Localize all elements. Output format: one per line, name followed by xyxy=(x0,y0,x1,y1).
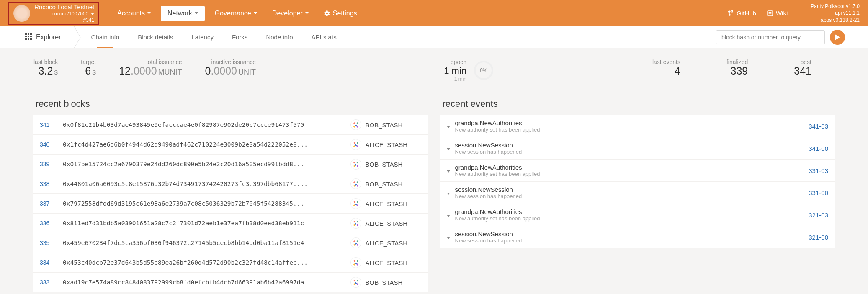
block-author[interactable]: BOB_STASH xyxy=(350,277,422,288)
sub-nav-bar: Explorer Chain info Block details Latenc… xyxy=(0,26,868,48)
event-title: session.NewSession xyxy=(455,142,809,149)
event-row: grandpa.NewAuthorities New authority set… xyxy=(440,204,835,226)
event-id-link[interactable]: 321-03 xyxy=(809,211,828,219)
event-id-link[interactable]: 331-00 xyxy=(809,189,828,196)
expand-toggle[interactable] xyxy=(447,189,455,196)
panel-title: recent events xyxy=(440,93,835,115)
event-row: session.NewSession New session has happe… xyxy=(440,182,835,204)
event-description: New authority set has been applied xyxy=(455,126,809,133)
block-number-link[interactable]: 335 xyxy=(40,240,63,246)
block-author[interactable]: ALICE_STASH xyxy=(350,257,422,268)
subtab-chain-info[interactable]: Chain info xyxy=(82,26,129,48)
block-row: 339 0x017be15724cc2a6790379e24dd260dc890… xyxy=(33,155,428,174)
block-author[interactable]: BOB_STASH xyxy=(350,119,422,130)
play-button[interactable] xyxy=(830,30,845,45)
expand-toggle[interactable] xyxy=(447,123,455,129)
nav-developer[interactable]: Developer xyxy=(265,0,316,26)
identicon-icon xyxy=(350,178,361,189)
stat-last-block: last block 3.2s xyxy=(33,59,58,77)
event-description: New authority set has been applied xyxy=(455,215,809,222)
block-row: 336 0x811ed7d31bdb5a03901651a28c7c2f7301… xyxy=(33,214,428,233)
chain-name: Rococo Local Testnet xyxy=(34,3,94,11)
event-title: grandpa.NewAuthorities xyxy=(455,208,809,215)
identicon-icon xyxy=(350,277,361,288)
block-author[interactable]: ALICE_STASH xyxy=(350,218,422,229)
nav-governance[interactable]: Governance xyxy=(207,0,265,26)
event-description: New session has happened xyxy=(455,193,809,199)
block-hash: 0x0f81c21b4b03d7ae493845e9efacccae4e0f82… xyxy=(63,121,350,128)
chevron-down-icon xyxy=(147,12,151,14)
block-author[interactable]: BOB_STASH xyxy=(350,178,422,189)
block-author[interactable]: ALICE_STASH xyxy=(350,139,422,150)
block-number-link[interactable]: 336 xyxy=(40,220,63,227)
stat-total-issuance: total issuance 12.0000MUNIT xyxy=(119,59,182,77)
svg-rect-9 xyxy=(25,38,27,40)
event-title: session.NewSession xyxy=(455,230,809,237)
expand-toggle[interactable] xyxy=(447,167,455,174)
stat-target: target 6s xyxy=(81,59,96,77)
recent-events-panel: recent events grandpa.NewAuthorities New… xyxy=(440,93,835,292)
block-author[interactable]: ALICE_STASH xyxy=(350,198,422,209)
svg-rect-7 xyxy=(28,36,29,37)
identicon-icon xyxy=(350,198,361,209)
identicon-icon xyxy=(350,119,361,130)
github-link[interactable]: GitHub xyxy=(727,10,756,17)
stat-inactive-issuance: inactive issuance 0.0000UNIT xyxy=(205,59,256,77)
subtab-api-stats[interactable]: API stats xyxy=(302,26,346,48)
chevron-down-icon xyxy=(447,170,450,173)
block-row: 333 0xad19c7e574a89cc8484083792999cb8fd0… xyxy=(33,273,428,292)
search-input[interactable] xyxy=(716,30,825,44)
subtab-forks[interactable]: Forks xyxy=(223,26,257,48)
block-number-link[interactable]: 337 xyxy=(40,200,63,207)
identicon-icon xyxy=(350,218,361,229)
event-row: grandpa.NewAuthorities New authority set… xyxy=(440,115,835,137)
event-row: grandpa.NewAuthorities New authority set… xyxy=(440,160,835,182)
nav-accounts[interactable]: Accounts xyxy=(110,0,158,26)
recent-blocks-panel: recent blocks 341 0x0f81c21b4b03d7ae4938… xyxy=(33,93,428,292)
event-id-link[interactable]: 321-00 xyxy=(809,234,828,241)
block-number-link[interactable]: 341 xyxy=(40,121,63,128)
subtab-block-details[interactable]: Block details xyxy=(129,26,182,48)
identicon-icon xyxy=(350,159,361,170)
nav-settings[interactable]: Settings xyxy=(316,0,365,26)
identicon-icon xyxy=(350,139,361,150)
event-id-link[interactable]: 331-03 xyxy=(809,167,828,174)
block-hash: 0x7972558dfdd69d3195e61e93a6e2739a7c08c5… xyxy=(63,200,350,207)
event-row: session.NewSession New session has happe… xyxy=(440,137,835,160)
expand-toggle[interactable] xyxy=(447,234,455,240)
subtab-node-info[interactable]: Node info xyxy=(257,26,302,48)
expand-toggle[interactable] xyxy=(447,211,455,218)
block-row: 341 0x0f81c21b4b03d7ae493845e9efacccae4e… xyxy=(33,115,428,135)
chevron-down-icon xyxy=(447,237,450,239)
block-hash: 0x453c40dcb72e37d643b5d55e89ea26bf260d4d… xyxy=(63,259,350,266)
wiki-link[interactable]: Wiki xyxy=(767,10,788,17)
nav-network[interactable]: Network xyxy=(161,6,205,21)
event-id-link[interactable]: 341-00 xyxy=(809,145,828,152)
svg-rect-6 xyxy=(25,36,27,37)
subtab-latency[interactable]: Latency xyxy=(182,26,223,48)
event-title: grandpa.NewAuthorities xyxy=(455,119,809,126)
svg-rect-8 xyxy=(30,36,32,37)
expand-toggle[interactable] xyxy=(447,145,455,152)
block-hash: 0xad19c7e574a89cc8484083792999cb8fd0efcb… xyxy=(63,279,350,286)
block-author[interactable]: BOB_STASH xyxy=(350,159,422,170)
svg-rect-11 xyxy=(30,38,32,40)
chevron-down-icon xyxy=(447,148,450,150)
git-branch-icon xyxy=(727,10,734,17)
block-row: 335 0x459e670234f7dc5ca356bf036f946372c2… xyxy=(33,233,428,253)
block-hash: 0x017be15724cc2a6790379e24dd260dc890e5b2… xyxy=(63,161,350,168)
block-number-link[interactable]: 340 xyxy=(40,141,63,148)
block-number-link[interactable]: 338 xyxy=(40,181,63,187)
chevron-down-icon xyxy=(254,12,257,14)
svg-rect-10 xyxy=(28,38,29,40)
svg-rect-3 xyxy=(25,33,27,35)
chain-selector[interactable]: Rococo Local Testnet rococo/1007000 #341 xyxy=(8,2,99,25)
block-number-link[interactable]: 334 xyxy=(40,259,63,266)
chevron-down-icon xyxy=(91,13,94,15)
block-number-link[interactable]: 333 xyxy=(40,279,63,286)
event-id-link[interactable]: 341-03 xyxy=(809,123,828,130)
block-author[interactable]: ALICE_STASH xyxy=(350,237,422,248)
explorer-tab[interactable]: Explorer xyxy=(25,26,70,48)
play-icon xyxy=(835,34,840,40)
block-number-link[interactable]: 339 xyxy=(40,161,63,168)
